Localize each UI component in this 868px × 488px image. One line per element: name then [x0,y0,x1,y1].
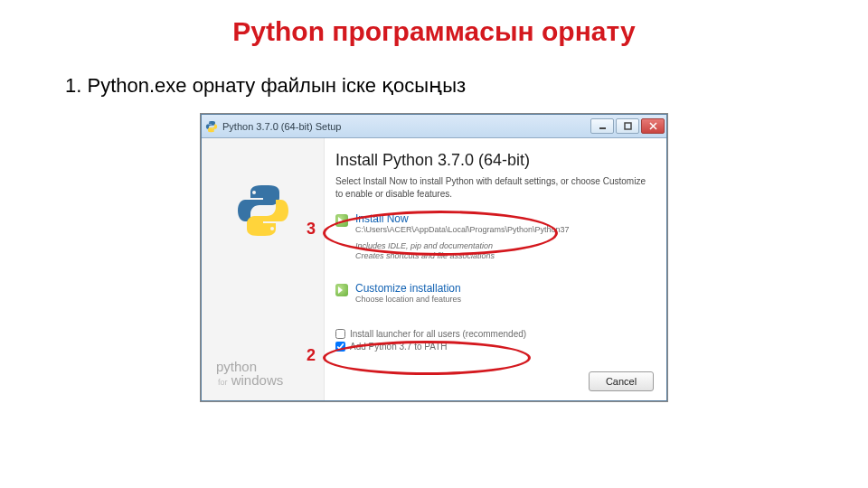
launcher-checkbox[interactable] [335,329,345,339]
arrow-icon [335,284,348,296]
install-now-label: Install Now [355,212,570,225]
brand-windows: for windows [216,373,324,388]
path-checkbox-row[interactable]: Add Python 3.7 to PATH [335,342,652,352]
install-now-path: C:\Users\ACER\AppData\Local\Programs\Pyt… [355,225,570,236]
svg-rect-1 [625,123,631,129]
maximize-button[interactable] [616,118,639,134]
window-title: Python 3.7.0 (64-bit) Setup [222,121,590,132]
installer-heading: Install Python 3.7.0 (64-bit) [335,151,652,170]
arrow-icon [335,214,348,227]
python-logo-icon [234,182,292,239]
customize-sub: Choose location and features [355,295,461,305]
installer-intro: Select Install Now to install Python wit… [335,175,652,200]
cancel-button[interactable]: Cancel [589,371,654,391]
install-now-option[interactable]: Install Now C:\Users\ACER\AppData\Local\… [335,212,652,262]
install-now-includes: Includes IDLE, pip and documentation [355,241,570,252]
minimize-button[interactable] [590,118,614,134]
path-checkbox-label: Add Python 3.7 to PATH [350,342,447,352]
close-button[interactable] [641,118,665,134]
path-checkbox[interactable] [335,342,345,352]
annotation-3-label: 3 [307,220,316,239]
window-titlebar: Python 3.7.0 (64-bit) Setup [202,115,666,138]
customize-label: Customize installation [355,282,461,295]
installer-main: Install Python 3.7.0 (64-bit) Select Ins… [325,138,666,400]
svg-rect-0 [599,127,606,129]
annotation-2-label: 2 [307,346,316,365]
slide-step-1: 1. Python.exe орнату файлын іске қосыңыз [65,74,868,98]
installer-window: Python 3.7.0 (64-bit) Setup python for w… [201,114,667,401]
customize-option[interactable]: Customize installation Choose location a… [335,282,652,305]
install-checkboxes: Install launcher for all users (recommen… [335,329,652,352]
slide-title: Python программасын орнату [0,16,868,47]
launcher-checkbox-row[interactable]: Install launcher for all users (recommen… [335,329,652,339]
launcher-checkbox-label: Install launcher for all users (recommen… [350,329,526,339]
sidebar-branding: python for windows [202,360,324,401]
python-icon [205,120,218,133]
install-now-creates: Creates shortcuts and file associations [355,251,570,262]
